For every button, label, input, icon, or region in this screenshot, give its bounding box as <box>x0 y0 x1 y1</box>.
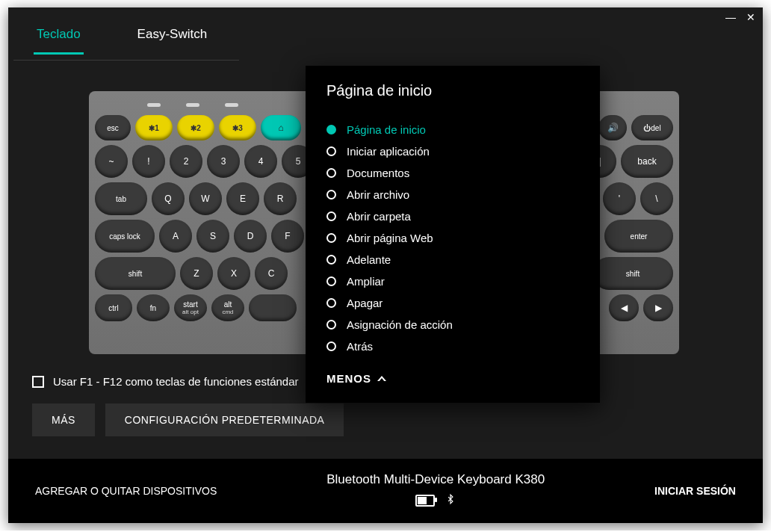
option-1[interactable]: Iniciar aplicación <box>326 140 579 162</box>
key-2[interactable]: 2 <box>170 145 202 178</box>
options-list: Página de inicioIniciar aplicaciónDocume… <box>326 119 579 357</box>
radio-icon <box>326 320 336 330</box>
radio-icon <box>326 125 336 134</box>
key-shift-left[interactable]: shift <box>95 257 176 290</box>
more-button[interactable]: MÁS <box>32 403 95 436</box>
key-bt2[interactable]: ✱2 <box>177 115 214 140</box>
option-10[interactable]: Atrás <box>326 335 579 357</box>
radio-icon <box>326 211 336 221</box>
key-del[interactable]: ⏻ del <box>631 115 673 140</box>
radio-icon <box>326 298 336 308</box>
option-9[interactable]: Asignación de acción <box>326 314 579 335</box>
option-label: Página de inicio <box>347 123 426 136</box>
key-z[interactable]: Z <box>180 257 213 290</box>
radio-icon <box>326 146 336 156</box>
key-q[interactable]: Q <box>152 182 185 215</box>
key-caps[interactable]: caps lock <box>95 220 155 253</box>
fn-keys-checkbox[interactable] <box>32 376 44 388</box>
less-label: MENOS <box>326 372 371 385</box>
key-bt3[interactable]: ✱3 <box>219 115 256 140</box>
login-button[interactable]: INICIAR SESIÓN <box>654 485 736 497</box>
option-5[interactable]: Abrir página Web <box>326 227 579 249</box>
key-tab[interactable]: tab <box>95 182 147 215</box>
key-3[interactable]: 3 <box>207 145 240 178</box>
option-label: Iniciar aplicación <box>347 145 430 158</box>
panel-title: Página de inicio <box>326 82 579 99</box>
key-bt1[interactable]: ✱1 <box>135 115 173 140</box>
key-e[interactable]: E <box>226 182 259 215</box>
option-8[interactable]: Apagar <box>326 292 579 314</box>
home-icon: ⌂ <box>278 123 283 133</box>
key-r[interactable]: R <box>264 182 297 215</box>
option-7[interactable]: Ampliar <box>326 270 579 292</box>
option-label: Abrir archivo <box>347 188 409 201</box>
key-vol-up[interactable]: 🔊 <box>598 115 627 140</box>
key-ctrl[interactable]: ctrl <box>95 294 132 321</box>
chevron-up-icon <box>377 376 386 381</box>
option-label: Ampliar <box>347 275 385 288</box>
key-enter[interactable]: enter <box>604 220 673 253</box>
option-label: Adelante <box>347 253 391 266</box>
key-back[interactable]: back <box>621 145 673 178</box>
fn-keys-label: Usar F1 - F12 como teclas de funciones e… <box>53 375 299 388</box>
battery-icon <box>415 495 435 507</box>
tab-bar: Teclado Easy-Switch <box>8 7 763 55</box>
key-s[interactable]: S <box>196 220 229 253</box>
option-4[interactable]: Abrir carpeta <box>326 205 579 227</box>
bluetooth-icon <box>445 492 456 510</box>
action-buttons: MÁS CONFIGURACIÓN PREDETERMINADA <box>32 403 344 436</box>
key-d[interactable]: D <box>234 220 267 253</box>
option-label: Atrás <box>347 340 373 353</box>
option-0[interactable]: Página de inicio <box>326 119 579 140</box>
fn-keys-checkbox-row: Usar F1 - F12 como teclas de funciones e… <box>32 375 299 388</box>
bottom-bar: AGREGAR O QUITAR DISPOSITIVOS Bluetooth … <box>8 459 763 523</box>
app-window: — ✕ Teclado Easy-Switch esc ✱1 ✱2 ✱3 ⌂ 🔉… <box>8 7 763 523</box>
key-start[interactable]: startalt opt <box>174 294 207 321</box>
key-f[interactable]: F <box>271 220 304 253</box>
key-left[interactable]: ◀ <box>609 294 639 321</box>
add-remove-devices-button[interactable]: AGREGAR O QUITAR DISPOSITIVOS <box>35 485 217 497</box>
key-backslash[interactable]: \ <box>640 182 673 215</box>
key-f4-home[interactable]: ⌂ <box>261 115 301 140</box>
key-4[interactable]: 4 <box>244 145 277 178</box>
key-1[interactable]: ! <box>132 145 165 178</box>
device-info: Bluetooth Multi-Device Keyboard K380 <box>326 472 545 510</box>
default-config-button[interactable]: CONFIGURACIÓN PREDETERMINADA <box>105 403 344 436</box>
radio-icon <box>326 341 336 351</box>
key-alt[interactable]: altcmd <box>211 294 244 321</box>
tab-underline <box>13 60 239 61</box>
radio-icon <box>326 190 336 200</box>
key-x[interactable]: X <box>217 257 250 290</box>
key-shift-right[interactable]: shift <box>592 257 673 290</box>
key-fn[interactable]: fn <box>137 294 170 321</box>
radio-icon <box>326 233 336 243</box>
option-label: Abrir carpeta <box>347 210 411 223</box>
radio-icon <box>326 255 336 265</box>
tab-teclado[interactable]: Teclado <box>34 27 84 55</box>
action-select-panel: Página de inicio Página de inicioIniciar… <box>306 66 600 403</box>
key-c[interactable]: C <box>255 257 288 290</box>
option-6[interactable]: Adelante <box>326 249 579 270</box>
titlebar-controls: — ✕ <box>725 12 755 22</box>
key-w[interactable]: W <box>189 182 222 215</box>
key-a[interactable]: A <box>159 220 192 253</box>
key-right[interactable]: ▶ <box>643 294 673 321</box>
key-esc[interactable]: esc <box>95 115 131 140</box>
option-2[interactable]: Documentos <box>326 162 579 184</box>
option-label: Apagar <box>347 297 383 309</box>
close-button[interactable]: ✕ <box>746 12 755 22</box>
key-space-left[interactable] <box>249 294 297 321</box>
tab-easy-switch[interactable]: Easy-Switch <box>134 27 211 55</box>
option-3[interactable]: Abrir archivo <box>326 184 579 205</box>
option-label: Documentos <box>347 167 409 179</box>
key-quote[interactable]: ' <box>603 182 636 215</box>
radio-icon <box>326 276 336 286</box>
less-toggle[interactable]: MENOS <box>326 372 579 385</box>
option-label: Asignación de acción <box>347 318 453 331</box>
radio-icon <box>326 168 336 178</box>
minimize-button[interactable]: — <box>725 12 736 22</box>
key-tilde[interactable]: ~ <box>95 145 128 178</box>
option-label: Abrir página Web <box>347 232 433 244</box>
device-name: Bluetooth Multi-Device Keyboard K380 <box>326 472 545 487</box>
